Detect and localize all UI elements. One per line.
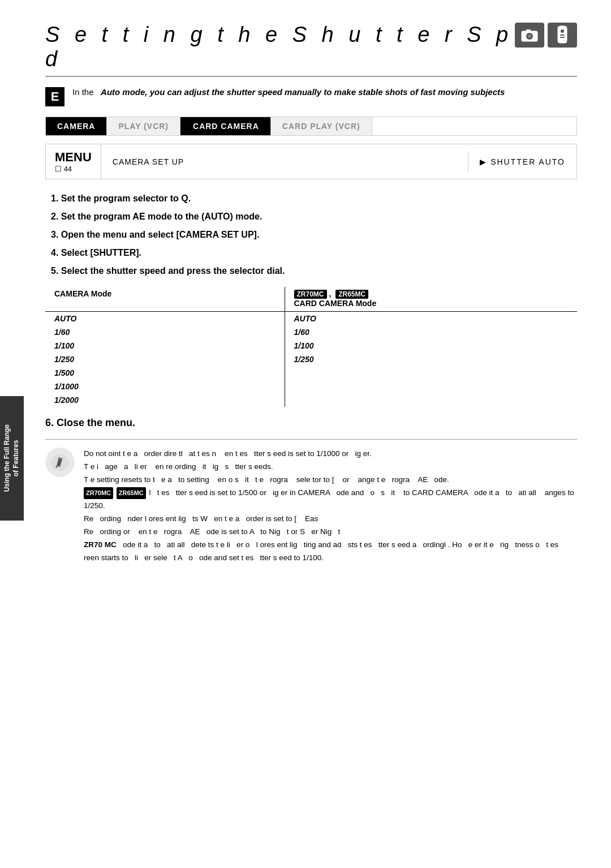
step-1: 1. Set the program selector to Q. [51,192,577,205]
tab-camera[interactable]: CAMERA [46,117,107,135]
badge-zr65mc: ZR65MC [335,290,368,299]
side-tab: Using the Full Rangeof Features [0,396,24,521]
svg-rect-3 [526,29,531,32]
table-row-1-250: 1/250 1/250 [45,353,577,366]
tab-bar: CAMERA PLAY (VCR) CARD CAMERA CARD PLAY … [45,117,577,136]
note-section: Do not oint t e a order dire tl at t es … [45,448,577,564]
menu-shutter: ▶ SHUTTER AUTO [468,152,576,172]
note-line-5: Re ording nder l ores ent lig ts W en t … [84,513,577,526]
badge-zr70mc: ZR70MC [294,290,327,299]
tab-play-vcr[interactable]: PLAY (VCR) [107,117,180,135]
intro-bold: Auto mode, you can adjust the shutter sp… [101,87,505,97]
table-row-1-100: 1/100 1/100 [45,339,577,353]
camera-icon-box [515,23,544,48]
svg-point-2 [528,35,531,38]
menu-breadcrumb: CAMERA SET UP [101,152,468,172]
side-tab-label: Using the Full Rangeof Features [3,424,20,492]
menu-row: MENU ☐ 44 CAMERA SET UP ▶ SHUTTER AUTO [45,144,577,179]
table-col-right-header: ZR70MC, ZR65MC CARD CAMERA Mode [285,287,577,312]
table-col-left-header: CAMERA Mode [45,287,285,312]
note-line-1: Do not oint t e a order dire tl at t es … [84,448,577,461]
table-row-1-500: 1/500 [45,366,577,380]
note-line-7: ZR70 MC ode it a to ati all dete ts t e … [84,539,577,565]
note-line-6: Re ording or en t e rogra AE ode is set … [84,526,577,539]
svg-point-5 [561,29,564,33]
pencil-icon [51,453,69,471]
note-icon [45,448,75,477]
menu-page-num: ☐ 44 [55,165,92,173]
svg-rect-6 [560,35,565,36]
note-line-4: ZR70MC ZR65MC l t es tter s eed is set t… [84,487,577,513]
remote-icon-box [548,23,577,48]
table-row-1-1000: 1/1000 [45,380,577,393]
table-row-auto: AUTO AUTO [45,312,577,326]
shutter-table: CAMERA Mode ZR70MC, ZR65MC CARD CAMERA M… [45,287,577,407]
table-row-1-2000: 1/2000 [45,393,577,407]
intro-normal: In the [72,87,98,97]
badge-zr70mc-note: ZR70MC [84,487,113,499]
note-line-2: T e i age a li er en re ording it ig s t… [84,461,577,474]
top-icons [515,23,577,48]
table-row-1-60: 1/60 1/60 [45,325,577,339]
e-badge: E [45,87,64,106]
step-2: 2. Set the program AE mode to the (AUTO)… [51,210,577,224]
page-title: S e t t i n g t h e S h u t t e r S p e … [45,23,577,71]
note-line-3: T e setting resets to t e a to setting e… [84,474,577,487]
step-5: 5. Select the shutter speed and press th… [51,264,577,278]
tab-card-camera[interactable]: CARD CAMERA [182,117,271,135]
remote-icon [554,25,570,45]
steps-list: 1. Set the program selector to Q. 2. Set… [45,192,577,278]
intro-text: In the Auto mode, you can adjust the shu… [72,86,505,99]
title-section: S e t t i n g t h e S h u t t e r S p e … [45,23,577,77]
menu-camera-setup: CAMERA SET UP [113,157,184,166]
intro-section: E In the Auto mode, you can adjust the s… [45,86,577,106]
table-header: CAMERA Mode ZR70MC, ZR65MC CARD CAMERA M… [45,287,577,312]
bottom-divider [45,439,577,440]
svg-rect-7 [560,37,565,38]
note-text-block: Do not oint t e a order dire tl at t es … [84,448,577,564]
camera-icon [520,27,539,43]
menu-label: MENU ☐ 44 [46,144,101,179]
menu-arrow: ▶ [480,157,487,166]
step-4: 4. Select [SHUTTER]. [51,246,577,260]
badge-zr65mc-note: ZR65MC [117,487,146,499]
tab-card-play-vcr[interactable]: CARD PLAY (VCR) [271,117,372,135]
step-6: 6. Close the menu. [45,417,577,429]
step-3: 3. Open the menu and select [CAMERA SET … [51,228,577,242]
